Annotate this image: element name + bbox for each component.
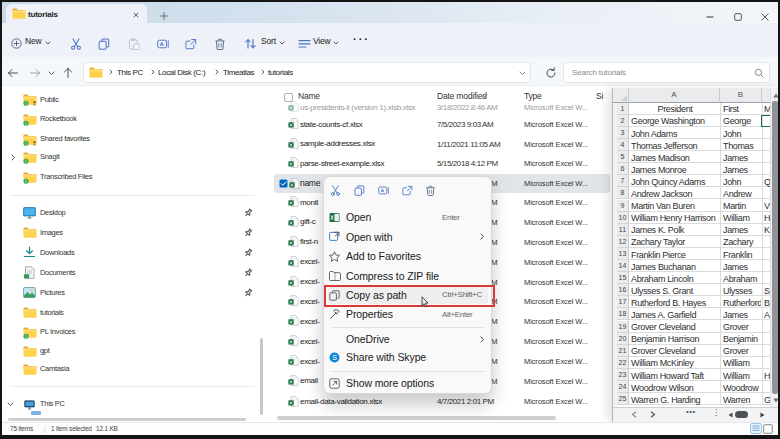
svg-text:S: S — [332, 354, 337, 361]
